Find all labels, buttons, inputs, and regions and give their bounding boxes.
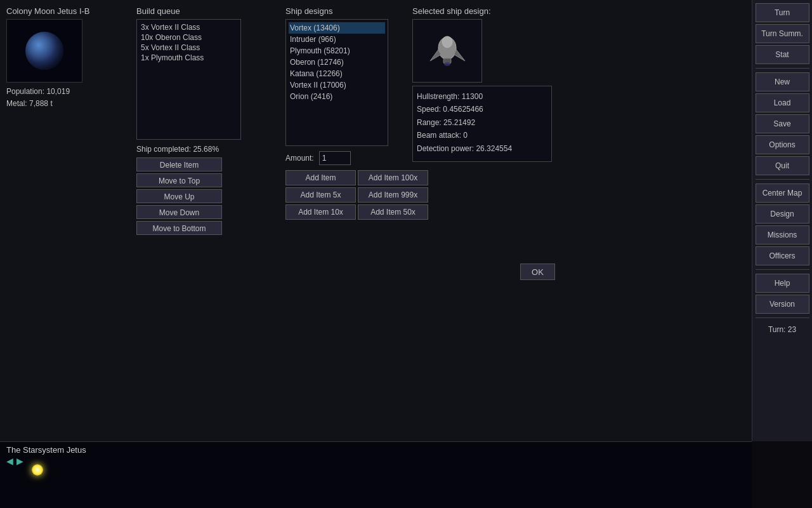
ship-icon [425,29,469,73]
list-item[interactable]: Orion (2416) [289,91,385,102]
help-button[interactable]: Help [756,274,809,293]
design-button[interactable]: Design [756,204,809,224]
star-object [32,464,43,476]
list-item[interactable]: 1x Plymouth Class [140,53,238,63]
nav-right-arrow[interactable]: ▶ [16,456,23,466]
add-item-5x-button[interactable]: Add Item 5x [285,187,356,203]
stat-range: Range: 25.21492 [417,116,547,129]
list-item[interactable]: Vortex (13406) [289,22,385,34]
ship-designs-title: Ship designs [285,6,403,16]
save-button[interactable]: Save [756,114,809,133]
build-queue-list[interactable]: 3x Vortex II Class 10x Oberon Class 5x V… [136,19,241,140]
build-queue-title: Build queue [136,6,263,16]
options-button[interactable]: Options [756,135,809,154]
colony-title: Colony Moon Jetus I-B [6,6,127,16]
version-button[interactable]: Version [756,295,809,314]
colony-planet-image [6,19,82,83]
add-item-50x-button[interactable]: Add Item 50x [358,204,428,220]
star-map: The Starsystem Jetus ◀ ▶ [0,441,752,508]
list-item[interactable]: 10x Oberon Class [140,32,238,43]
center-map-button[interactable]: Center Map [756,184,809,203]
sidebar-divider-2 [756,179,809,180]
add-item-10x-button[interactable]: Add Item 10x [285,204,356,220]
add-item-button[interactable]: Add Item [285,170,356,185]
officers-button[interactable]: Officers [756,246,809,265]
colony-info: Colony Moon Jetus I-B Population: 10,019… [6,6,127,110]
svg-point-5 [444,62,450,66]
move-up-button[interactable]: Move Up [136,189,222,203]
list-item[interactable]: Vortex II (17006) [289,79,385,91]
nav-left-arrow[interactable]: ◀ [6,456,13,466]
stat-button[interactable]: Stat [756,45,809,64]
turn-button[interactable]: Turn [756,3,809,22]
ship-completed-status: Ship completed: 25.68% [136,145,263,154]
svg-point-1 [442,36,452,48]
load-button[interactable]: Load [756,93,809,112]
planet-icon [25,32,63,70]
selected-design-title: Selected ship design: [412,6,558,16]
amount-label: Amount: [285,154,314,163]
stat-hullstrength: Hullstrength: 11300 [417,90,547,103]
stat-detection: Detection power: 26.324554 [417,142,547,155]
ship-designs-section: Ship designs Vortex (13406) Intruder (96… [285,6,403,220]
star-map-nav[interactable]: ◀ ▶ [6,456,23,466]
sidebar: Turn Turn Summ. Stat New Load Save Optio… [752,0,812,441]
svg-marker-3 [454,50,465,61]
delete-item-button[interactable]: Delete Item [136,157,222,171]
amount-row: Amount: [285,151,403,165]
colony-population: Population: 10,019 [6,86,127,98]
quit-button[interactable]: Quit [756,156,809,175]
list-item[interactable]: Plymouth (58201) [289,45,385,57]
ship-preview-image [412,19,482,83]
ship-designs-list[interactable]: Vortex (13406) Intruder (966) Plymouth (… [285,19,388,146]
sidebar-divider-1 [756,68,809,69]
move-to-top-button[interactable]: Move to Top [136,173,222,187]
list-item[interactable]: 3x Vortex II Class [140,22,238,32]
ship-stats-box: Hullstrength: 11300 Speed: 0.45625466 Ra… [412,86,552,162]
add-buttons-grid: Add Item Add Item 100x Add Item 5x Add I… [285,170,428,220]
build-queue-section: Build queue 3x Vortex II Class 10x Obero… [136,6,263,237]
new-button[interactable]: New [756,72,809,91]
ship-svg [427,30,468,72]
turn-summ-button[interactable]: Turn Summ. [756,24,809,43]
star-map-title: The Starsystem Jetus [6,445,86,455]
sidebar-divider-4 [756,318,809,318]
colony-metal: Metal: 7,888 t [6,98,127,110]
sidebar-divider-3 [756,269,809,270]
stat-beam-attack: Beam attack: 0 [417,129,547,142]
list-item[interactable]: Intruder (966) [289,34,385,45]
move-down-button[interactable]: Move Down [136,205,222,219]
list-item[interactable]: Oberon (12746) [289,57,385,68]
turn-label: Turn: 23 [768,325,796,334]
add-item-999x-button[interactable]: Add Item 999x [358,187,428,203]
stat-speed: Speed: 0.45625466 [417,103,547,116]
amount-input[interactable] [319,151,351,165]
list-item[interactable]: 5x Vortex II Class [140,43,238,53]
move-to-bottom-button[interactable]: Move to Bottom [136,221,222,235]
missions-button[interactable]: Missions [756,225,809,244]
list-item[interactable]: Katana (12266) [289,68,385,79]
ok-button[interactable]: OK [520,264,555,280]
selected-design-section: Selected ship design: Hull [412,6,558,162]
main-area: Colony Moon Jetus I-B Population: 10,019… [0,0,752,441]
add-item-100x-button[interactable]: Add Item 100x [358,170,428,185]
svg-marker-2 [430,50,441,61]
